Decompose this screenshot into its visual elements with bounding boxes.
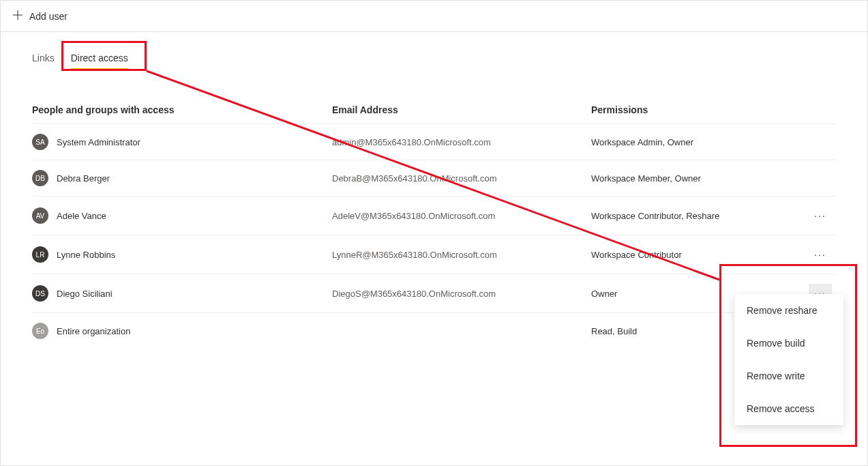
person-permissions: Workspace Contributor, Reshare bbox=[591, 211, 809, 221]
col-email: Email Address bbox=[332, 104, 591, 115]
person-email: DiegoS@M365x643180.OnMicrosoft.com bbox=[332, 289, 591, 299]
person-name: Diego Siciliani bbox=[57, 289, 113, 299]
person-email: AdeleV@M365x643180.OnMicrosoft.com bbox=[332, 211, 591, 221]
person-permissions: Workspace Contributor bbox=[591, 250, 809, 260]
table-row: EoEntire organizationRead, Build bbox=[32, 312, 836, 349]
avatar: SA bbox=[32, 134, 48, 150]
person-permissions: Workspace Member, Owner bbox=[591, 173, 809, 184]
add-user-button[interactable]: Add user bbox=[13, 10, 68, 23]
tab-direct-access[interactable]: Direct access bbox=[71, 47, 128, 69]
person-permissions: Workspace Admin, Owner bbox=[591, 137, 809, 147]
topbar: Add user bbox=[1, 1, 867, 32]
person-name: Adele Vance bbox=[57, 211, 106, 221]
table-header: People and groups with access Email Addr… bbox=[32, 96, 836, 123]
person-cell: LRLynne Robbins bbox=[32, 246, 332, 263]
person-cell: EoEntire organization bbox=[32, 323, 332, 339]
col-people: People and groups with access bbox=[32, 104, 332, 115]
context-menu-item[interactable]: Remove reshare bbox=[734, 294, 843, 327]
permissions-panel: Add user Links Direct access People and … bbox=[0, 0, 868, 466]
avatar: AV bbox=[32, 207, 48, 224]
person-email: LynneR@M365x643180.OnMicrosoft.com bbox=[332, 250, 591, 260]
person-name: Lynne Robbins bbox=[57, 250, 115, 260]
person-email: DebraB@M365x643180.OnMicrosoft.com bbox=[332, 173, 591, 184]
person-name: Entire organization bbox=[57, 326, 130, 336]
more-options-button[interactable]: ··· bbox=[809, 245, 832, 264]
add-user-label: Add user bbox=[29, 11, 68, 22]
avatar: Eo bbox=[32, 323, 48, 339]
table-row: DSDiego SicilianiDiegoS@M365x643180.OnMi… bbox=[32, 274, 836, 312]
tab-links[interactable]: Links bbox=[32, 47, 55, 69]
context-menu-item[interactable]: Remove build bbox=[734, 327, 843, 360]
person-email: admin@M365x643180.OnMicrosoft.com bbox=[332, 137, 591, 147]
context-menu: Remove reshareRemove buildRemove writeRe… bbox=[734, 294, 843, 425]
person-cell: DSDiego Siciliani bbox=[32, 285, 332, 302]
person-name: System Administrator bbox=[57, 137, 140, 147]
person-cell: DBDebra Berger bbox=[32, 170, 332, 186]
avatar: DS bbox=[32, 285, 48, 302]
person-name: Debra Berger bbox=[57, 173, 110, 184]
table-row: DBDebra BergerDebraB@M365x643180.OnMicro… bbox=[32, 160, 836, 196]
plus-icon bbox=[13, 10, 23, 23]
avatar: DB bbox=[32, 170, 48, 186]
more-options-button[interactable]: ··· bbox=[809, 206, 832, 225]
avatar: LR bbox=[32, 246, 48, 263]
table-row: SASystem Administratoradmin@M365x643180.… bbox=[32, 123, 836, 160]
table-row: AVAdele VanceAdeleV@M365x643180.OnMicros… bbox=[32, 196, 836, 235]
col-permissions: Permissions bbox=[591, 104, 809, 115]
person-cell: AVAdele Vance bbox=[32, 207, 332, 224]
tabs: Links Direct access bbox=[1, 47, 867, 69]
context-menu-item[interactable]: Remove write bbox=[734, 360, 843, 392]
table-row: LRLynne RobbinsLynneR@M365x643180.OnMicr… bbox=[32, 235, 836, 274]
context-menu-item[interactable]: Remove access bbox=[734, 392, 843, 425]
person-cell: SASystem Administrator bbox=[32, 134, 332, 150]
